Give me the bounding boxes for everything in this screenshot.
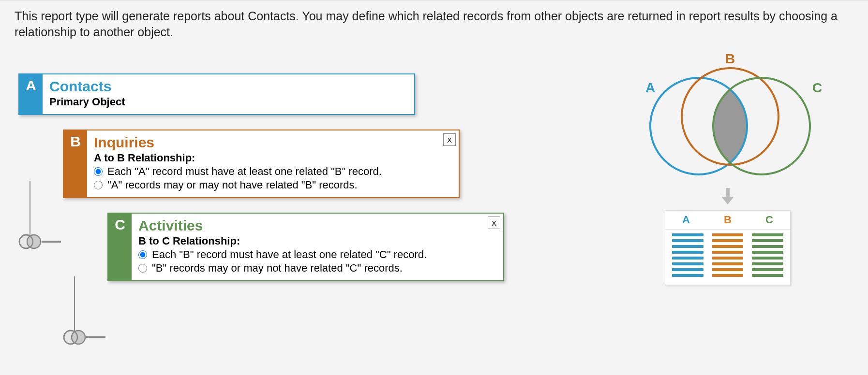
table-header-b: B xyxy=(707,214,748,226)
relationship-c-option-may[interactable]: "B" records may or may not have related … xyxy=(138,262,496,274)
venn-diagram-area: A B C A B C xyxy=(616,49,839,285)
table-col-c xyxy=(752,233,783,280)
object-card-c: C X Activities B to C Relationship: Each… xyxy=(107,213,504,281)
intro-text: This report type will generate reports a… xyxy=(0,0,868,44)
relationship-b-option-may[interactable]: "A" records may or may not have related … xyxy=(94,179,452,191)
object-title-c: Activities xyxy=(138,217,496,234)
connector-a-b xyxy=(18,181,67,255)
radio-b-must-label: Each "A" record must have at least one r… xyxy=(107,165,382,178)
table-header-c: C xyxy=(748,214,790,226)
report-preview-table: A B C xyxy=(665,210,791,285)
arrow-down-icon xyxy=(720,187,735,206)
radio-c-may[interactable] xyxy=(138,264,147,273)
table-col-a xyxy=(672,233,703,280)
object-card-b: B X Inquiries A to B Relationship: Each … xyxy=(63,130,460,198)
radio-b-must[interactable] xyxy=(94,167,103,176)
object-letter-c: C xyxy=(108,214,132,280)
object-title-a: Contacts xyxy=(49,78,407,95)
object-subtitle-a: Primary Object xyxy=(49,96,407,108)
object-title-b: Inquiries xyxy=(94,134,452,151)
relationship-b-option-must[interactable]: Each "A" record must have at least one r… xyxy=(94,165,452,178)
join-icon xyxy=(19,235,41,248)
svg-point-7 xyxy=(72,331,85,344)
object-letter-a: A xyxy=(19,74,43,114)
object-letter-b: B xyxy=(64,130,87,197)
relationship-label-b: A to B Relationship: xyxy=(94,152,452,164)
table-header-a: A xyxy=(665,214,707,226)
radio-c-may-label: "B" records may or may not have related … xyxy=(152,262,403,274)
relationship-label-c: B to C Relationship: xyxy=(138,235,496,247)
svg-rect-16 xyxy=(726,188,730,197)
venn-label-c: C xyxy=(812,80,822,95)
remove-object-c-button[interactable]: X xyxy=(488,216,500,229)
venn-label-a: A xyxy=(645,80,655,95)
relationship-c-option-must[interactable]: Each "B" record must have at least one r… xyxy=(138,248,496,261)
svg-marker-17 xyxy=(721,197,734,204)
radio-b-may-label: "A" records may or may not have related … xyxy=(107,179,358,191)
radio-c-must-label: Each "B" record must have at least one r… xyxy=(152,248,427,261)
table-col-b xyxy=(712,233,744,280)
venn-diagram-icon: A B C xyxy=(626,49,829,184)
radio-c-must[interactable] xyxy=(138,250,147,259)
remove-object-b-button[interactable]: X xyxy=(443,133,456,146)
venn-label-b: B xyxy=(725,51,735,66)
object-card-a: A Contacts Primary Object xyxy=(18,73,415,115)
join-icon xyxy=(64,331,85,344)
radio-b-may[interactable] xyxy=(94,181,103,189)
connector-b-c xyxy=(63,276,111,351)
svg-point-2 xyxy=(27,235,41,248)
